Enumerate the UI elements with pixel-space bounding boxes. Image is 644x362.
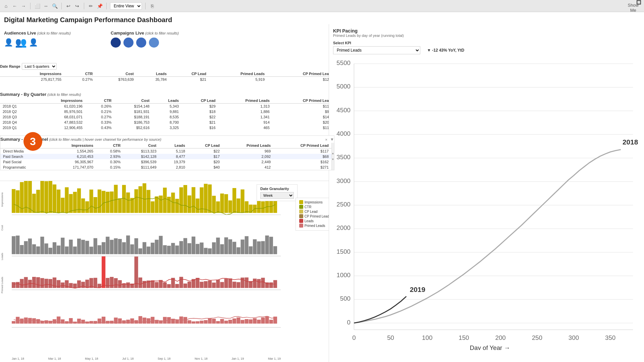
overview-col-impressions: Impressions [11, 71, 64, 77]
ch-leads-0: 5,118 [159, 148, 188, 154]
svg-rect-86 [98, 245, 101, 254]
svg-rect-49 [212, 196, 216, 213]
pin-icon[interactable]: 📌 [96, 3, 103, 9]
svg-rect-108 [187, 243, 191, 254]
q-cpprimed-2: $140 [272, 114, 334, 120]
granularity-label: Date Granularity [260, 187, 294, 191]
chart-svg-container [12, 181, 281, 354]
date-range-select[interactable]: Last 5 quarters [22, 63, 57, 70]
q-cost-2: $188,191 [114, 114, 152, 120]
redo-icon[interactable]: ↪ [74, 3, 80, 9]
legend-primedleads: Primed Leads [299, 224, 329, 228]
svg-rect-99 [151, 243, 154, 254]
audience-icon-2[interactable]: 👥 [15, 37, 27, 48]
campaign-circle-3[interactable] [136, 38, 146, 48]
svg-rect-43 [187, 195, 191, 213]
channel-row-1[interactable]: Paid Search 6,210,453 2.93% $142,128 8,4… [0, 154, 331, 159]
kpi-select[interactable]: Primed Leads [333, 46, 420, 54]
overview-label [0, 77, 11, 82]
svg-rect-241 [200, 321, 204, 324]
campaigns-label[interactable]: Campaigns Live [111, 31, 144, 36]
svg-rect-217 [102, 317, 105, 324]
campaign-circle-2[interactable] [123, 38, 133, 48]
view-select[interactable]: Entire View [110, 2, 142, 10]
date-range-label: Date Range [0, 64, 20, 68]
y-leads-label: Leads [1, 243, 4, 270]
ch-primed-0: 969 [222, 148, 273, 154]
x-label-2: Mar 1, 18 [48, 357, 61, 360]
svg-rect-113 [208, 248, 212, 254]
svg-rect-168 [167, 284, 171, 288]
audiences-label[interactable]: Audiences Live [4, 31, 36, 36]
overview-col-primedleads: Primed Leads [209, 71, 267, 77]
audiences-section: Audiences Live (click to filter results)… [4, 31, 71, 48]
svg-rect-67 [20, 245, 23, 254]
svg-rect-7 [40, 181, 44, 213]
svg-text:0: 0 [352, 334, 356, 341]
svg-text:Day of Year →: Day of Year → [470, 344, 511, 350]
svg-rect-190 [257, 279, 261, 288]
ch-cost-2: $396,539 [123, 159, 159, 165]
campaigns-sublabel: (click to filter results) [145, 31, 179, 35]
svg-rect-85 [94, 238, 97, 254]
quarterly-row-4[interactable]: 2019 Q1 12,906,455 0.43% $52,616 3,325 $… [0, 125, 334, 130]
share-icon[interactable]: ⎘ [149, 3, 156, 9]
channel-row-0[interactable]: Direct Media 1,554,265 0.58% $113,323 5,… [0, 148, 331, 154]
svg-rect-66 [16, 236, 19, 254]
back-icon[interactable]: ← [11, 3, 18, 9]
q-imp-1: 85,976,501 [36, 109, 85, 114]
svg-rect-158 [126, 283, 130, 288]
svg-rect-48 [208, 184, 212, 213]
svg-rect-182 [224, 279, 228, 288]
filter-icon[interactable]: ▼ [330, 137, 334, 142]
x-label-3: May 1, 18 [85, 357, 98, 360]
zoom-icon[interactable]: 🔍 [51, 3, 58, 9]
highlight-icon[interactable]: ✏ [88, 3, 94, 9]
legend-impressions: Impressions [299, 200, 329, 204]
quarterly-row-2[interactable]: 2018 Q3 68,031,071 0.27% $188,191 8,535 … [0, 114, 334, 120]
home-icon[interactable]: ⌂ [3, 3, 9, 9]
fit-icon[interactable]: ⬜ [34, 3, 41, 9]
quarterly-sublabel: (click to filter results) [47, 93, 81, 97]
svg-rect-170 [175, 284, 179, 288]
forward-icon[interactable]: → [20, 3, 27, 9]
svg-rect-38 [167, 197, 171, 213]
svg-rect-122 [245, 236, 249, 254]
channel-row-2[interactable]: Paid Social 96,305,967 0.30% $396,539 19… [0, 159, 331, 165]
svg-rect-125 [257, 241, 261, 254]
legend-cplead-label: CP Lead [305, 210, 318, 214]
channel-row-3[interactable]: Programmatic 171,747,070 0.15% $111,649 … [0, 165, 331, 170]
x-label-4: Jul 1, 18 [122, 357, 133, 360]
svg-rect-33 [147, 190, 150, 213]
svg-rect-109 [192, 237, 195, 254]
audience-icon-1[interactable]: 👤 [4, 38, 13, 47]
svg-rect-18 [85, 201, 89, 213]
granularity-select[interactable]: Week [260, 192, 294, 199]
quarterly-row-0[interactable]: 2018 Q1 61,020,196 0.26% $154,148 5,343 … [0, 104, 334, 109]
campaign-circle-1[interactable] [111, 38, 121, 48]
svg-rect-180 [216, 280, 220, 288]
legend-ctr: CTR [299, 205, 329, 209]
svg-rect-232 [163, 317, 167, 324]
quarterly-row-1[interactable]: 2018 Q2 85,976,501 0.21% $181,931 9,881 … [0, 109, 334, 114]
x-label-5: Sep 1, 18 [158, 357, 171, 360]
quarterly-row-3[interactable]: 2018 Q4 47,883,532 0.33% $186,753 8,700 … [0, 120, 334, 125]
q-leads-1: 9,881 [152, 109, 181, 114]
svg-rect-36 [159, 195, 163, 213]
svg-rect-69 [28, 239, 32, 254]
undo-icon[interactable]: ↩ [65, 3, 72, 9]
ch-leads-3: 2,810 [159, 165, 188, 170]
audience-icon-3[interactable]: 👤 [29, 38, 38, 47]
fit-width-icon[interactable]: ↔ [43, 3, 49, 9]
svg-rect-3 [24, 181, 28, 213]
campaign-circle-4[interactable] [149, 38, 159, 48]
ch-primed-3: 412 [222, 165, 273, 170]
svg-rect-55 [236, 198, 240, 213]
scrollbar[interactable]: ▲▼ [331, 143, 334, 170]
q-label-3: 2018 Q4 [0, 120, 36, 125]
q-col-ctr: CTR [85, 98, 114, 104]
overview-cost: $763,639 [95, 77, 136, 82]
ch-cplead-0: $22 [188, 148, 222, 154]
close-icon[interactable]: ✕ [325, 138, 328, 141]
ch-ctr-3: 0.15% [96, 165, 123, 170]
